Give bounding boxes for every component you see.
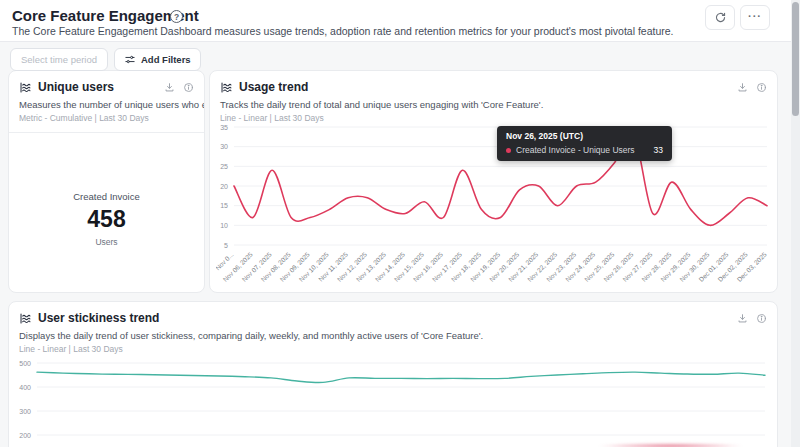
divider [9,132,204,133]
more-icon: ··· [748,10,762,22]
add-filters-button[interactable]: Add Filters [114,48,201,71]
svg-text:25: 25 [220,163,228,170]
card-title: Unique users [38,80,114,94]
info-icon[interactable] [756,313,767,324]
download-icon[interactable] [737,82,748,93]
waves-chart-icon [220,81,233,94]
card-description: Displays the daily trend of user stickin… [9,330,777,341]
svg-text:10: 10 [220,222,228,229]
card-meta: Metric - Cumulative | Last 30 Days [9,113,204,123]
svg-text:500: 500 [19,360,31,367]
stickiness-chart[interactable]: 500400300200 [15,354,773,447]
time-period-select[interactable]: Select time period [10,48,108,71]
refresh-icon [714,11,727,24]
tooltip-series-dot [506,148,511,153]
time-period-placeholder: Select time period [21,54,97,65]
page-subtitle: The Core Feature Engagement Dashboard me… [12,25,674,37]
download-icon[interactable] [737,313,748,324]
waves-chart-icon [19,312,32,325]
help-icon[interactable]: ? [170,10,183,23]
svg-text:300: 300 [19,408,31,415]
svg-text:35: 35 [220,124,228,131]
unique-users-card: Unique users Measures the number of uniq… [8,70,205,293]
clipped-red-line-peek [598,443,743,447]
svg-text:5: 5 [224,242,228,249]
chart-tooltip: Nov 26, 2025 (UTC) Created Invoice - Uni… [497,126,672,161]
usage-trend-chart[interactable]: 3530252015105Nov 0...Nov 06, 2025Nov 07,… [216,121,773,291]
svg-text:200: 200 [19,432,31,439]
scrollbar-track[interactable] [791,0,800,447]
add-filters-label: Add Filters [141,54,191,65]
info-icon[interactable] [183,82,194,93]
svg-text:15: 15 [220,202,228,209]
tooltip-value: 33 [654,145,663,155]
svg-text:400: 400 [19,384,31,391]
usage-trend-card: Usage trend Tracks the daily trend of to… [209,70,778,293]
card-description: Tracks the daily trend of total and uniq… [210,99,777,110]
more-options-button[interactable]: ··· [740,5,770,30]
metric-block: Created Invoice 458 Users [9,191,204,247]
tooltip-series-label: Created Invoice - Unique Users [516,145,635,155]
card-title: User stickiness trend [38,311,159,325]
metric-unit: Users [9,237,204,247]
scrollbar-thumb[interactable] [792,2,799,116]
waves-chart-icon [19,81,32,94]
card-meta: Line - Linear | Last 30 Days [9,344,777,354]
page-header: Core Feature Engagement ? The Core Featu… [0,0,800,42]
tooltip-date: Nov 26, 2025 (UTC) [506,131,663,141]
refresh-button[interactable] [705,5,735,30]
info-icon[interactable] [756,82,767,93]
stickiness-trend-card: User stickiness trend Displays the daily… [8,301,778,447]
card-title: Usage trend [239,80,308,94]
svg-text:30: 30 [220,143,228,150]
metric-label: Created Invoice [9,191,204,202]
download-icon[interactable] [164,82,175,93]
metric-value: 458 [9,206,204,233]
svg-text:20: 20 [220,183,228,190]
filter-sliders-icon [124,54,136,65]
card-description: Measures the number of unique users who … [9,99,204,110]
